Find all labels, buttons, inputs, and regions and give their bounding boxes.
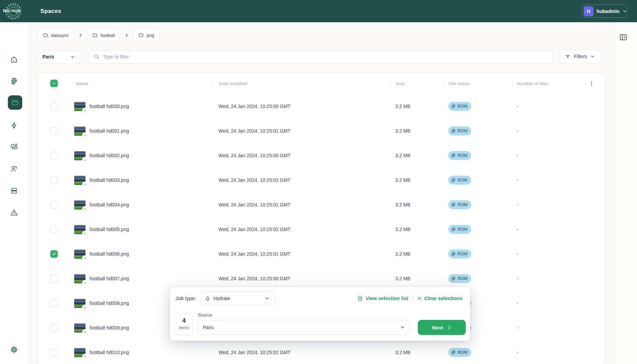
select-all-checkbox[interactable] (50, 80, 58, 87)
clear-selections-link[interactable]: Clear selections (417, 296, 462, 301)
search-input[interactable] (103, 54, 548, 59)
document-list-icon (357, 296, 363, 301)
status-text: ROM (457, 276, 467, 281)
warning-icon[interactable] (10, 208, 18, 217)
file-name[interactable]: football hd008.png (90, 300, 129, 306)
lightning-icon[interactable] (10, 121, 18, 130)
user-name: hubadmin (597, 9, 620, 14)
file-size: 3.2 MB (391, 227, 443, 232)
file-name[interactable]: football hd002.png (90, 153, 129, 158)
file-status-badge: ROM (448, 348, 471, 357)
breadcrumb-label: football (101, 33, 115, 38)
filters-button[interactable]: Filters (559, 50, 601, 63)
job-type-value: Hydrate (213, 296, 230, 301)
file-name[interactable]: football hd005.png (90, 227, 129, 232)
job-type-label: Job type: (175, 295, 196, 301)
file-thumbnail (74, 200, 85, 210)
file-date: Wed, 24 Jan 2024, 10:25:00 GMT (213, 153, 391, 158)
breadcrumb-item-datasync[interactable]: datasync (38, 29, 74, 42)
app-logo[interactable]: NG-Hub (0, 0, 29, 22)
file-size: 3.2 MB (391, 104, 443, 109)
kebab-menu-icon[interactable] (588, 80, 595, 86)
file-name[interactable]: football hd001.png (90, 128, 129, 134)
clear-selections-label: Clear selections (424, 296, 462, 301)
status-text: ROM (457, 227, 467, 232)
row-checkbox[interactable] (50, 226, 58, 233)
right-rail (614, 22, 637, 364)
file-status-badge: ROM (448, 200, 471, 209)
breadcrumb-item-football[interactable]: football (87, 29, 120, 42)
chevron-right-icon (447, 325, 452, 330)
row-checkbox[interactable] (50, 324, 58, 332)
status-text: ROM (457, 153, 467, 158)
file-count: - (512, 227, 605, 232)
next-button[interactable]: Next (418, 320, 466, 335)
copies-icon (451, 252, 456, 256)
table-row: football hd010.png Wed, 24 Jan 2024, 10:… (38, 340, 605, 364)
status-text: ROM (457, 129, 467, 133)
users-icon[interactable] (10, 165, 18, 173)
file-count: - (512, 202, 605, 207)
chevron-down-icon (590, 54, 595, 59)
file-thumbnail (74, 348, 85, 357)
source-filter-value: Paris (42, 54, 54, 59)
row-checkbox[interactable] (50, 299, 58, 307)
view-selection-label: View selection list (366, 296, 408, 301)
panel-collapse-icon[interactable] (619, 33, 628, 42)
breadcrumb-item-png[interactable]: png (133, 29, 159, 42)
sidebar-item-spaces-active[interactable] (8, 95, 22, 110)
items-count: 4 (175, 317, 193, 324)
servers-icon[interactable] (10, 187, 18, 195)
file-name[interactable]: football hd010.png (90, 350, 129, 355)
folder-icon (138, 32, 144, 38)
home-icon[interactable] (10, 55, 18, 64)
file-thumbnail (74, 176, 85, 185)
integration-icon[interactable] (10, 143, 18, 151)
copies-icon (451, 202, 456, 207)
file-status-badge: ROM (448, 126, 471, 135)
status-text: ROM (457, 202, 467, 207)
gear-icon[interactable] (10, 346, 18, 354)
row-checkbox[interactable] (50, 201, 58, 208)
cloud-icon (82, 231, 88, 237)
file-status-badge: ROM (448, 225, 471, 234)
source-filter-select[interactable]: Paris (38, 50, 80, 64)
file-date: Wed, 24 Jan 2024, 10:25:01 GMT (213, 128, 391, 134)
file-name[interactable]: football hd003.png (90, 177, 129, 183)
file-name[interactable]: football hd006.png (90, 251, 129, 257)
globe-search-icon[interactable] (10, 77, 18, 85)
row-checkbox[interactable] (50, 127, 58, 135)
breadcrumb-label: png (147, 33, 154, 38)
chevron-right-icon (124, 33, 129, 38)
search-icon (94, 54, 100, 60)
job-type-select[interactable]: Hydrate (200, 292, 275, 305)
file-size: 3.2 MB (391, 128, 443, 134)
column-header-status: File status (443, 77, 512, 90)
file-date: Wed, 24 Jan 2024, 10:25:02 GMT (213, 177, 391, 183)
row-checkbox[interactable] (50, 152, 58, 159)
file-size: 3.2 MB (391, 251, 443, 257)
file-name[interactable]: football hd004.png (90, 202, 129, 207)
file-name[interactable]: football hd007.png (90, 276, 129, 281)
breadcrumb-label: datasync (51, 33, 69, 38)
file-count: - (512, 325, 605, 331)
view-selection-list-link[interactable]: View selection list (357, 296, 408, 301)
user-menu[interactable]: H hubadmin (582, 4, 627, 18)
droplet-icon (205, 296, 211, 301)
row-checkbox[interactable] (50, 275, 58, 282)
table-row: football hd001.png Wed, 24 Jan 2024, 10:… (38, 119, 605, 143)
avatar: H (584, 6, 594, 16)
row-checkbox[interactable] (50, 103, 58, 110)
row-checkbox[interactable] (50, 176, 58, 184)
row-checkbox[interactable] (50, 250, 58, 258)
cloud-icon (82, 329, 88, 335)
row-checkbox[interactable] (50, 349, 58, 356)
file-name[interactable]: football hd009.png (90, 325, 129, 331)
file-count: - (512, 251, 605, 257)
source-value: Paris (203, 325, 214, 330)
file-count: - (512, 128, 605, 134)
file-thumbnail (74, 102, 85, 111)
file-name[interactable]: football hd000.png (90, 104, 129, 109)
logo-text: NG-Hub (3, 8, 20, 13)
source-select[interactable]: Paris (198, 320, 410, 335)
